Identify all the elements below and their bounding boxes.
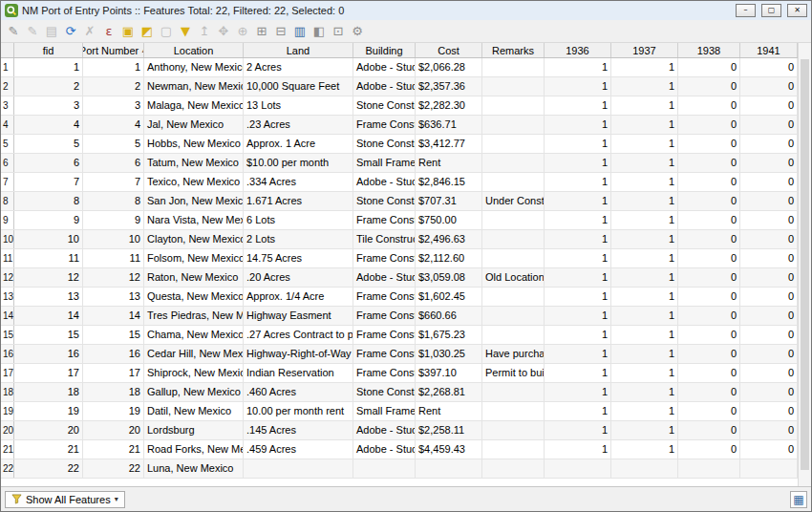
toggle-editing-icon[interactable]: ✎ bbox=[4, 22, 23, 41]
table-cell[interactable]: Stone Construc... bbox=[353, 135, 416, 153]
row-number[interactable]: 3 bbox=[1, 96, 14, 115]
table-cell[interactable]: .20 Acres bbox=[244, 268, 353, 287]
table-cell[interactable] bbox=[482, 58, 545, 76]
table-cell[interactable]: 0 bbox=[740, 421, 798, 439]
table-cell[interactable]: 2 bbox=[83, 77, 144, 96]
table-cell[interactable]: 18 bbox=[83, 383, 144, 401]
dock-toggle-button[interactable]: ▦ bbox=[790, 491, 807, 508]
table-cell[interactable]: 1 bbox=[545, 135, 611, 153]
row-number[interactable]: 10 bbox=[1, 230, 14, 248]
table-cell[interactable]: 12 bbox=[83, 268, 144, 287]
table-cell[interactable]: 1 bbox=[611, 440, 678, 459]
column-header-location[interactable]: Location bbox=[144, 43, 244, 57]
table-cell[interactable]: Frame Constru... bbox=[353, 116, 416, 134]
scrollbar-thumb[interactable] bbox=[801, 59, 809, 470]
table-cell[interactable]: 3 bbox=[14, 96, 83, 115]
column-header-fid[interactable]: fid bbox=[14, 43, 83, 57]
table-cell[interactable] bbox=[482, 77, 545, 96]
table-cell[interactable]: 1 bbox=[611, 116, 678, 134]
table-cell[interactable]: 1 bbox=[545, 364, 611, 382]
table-cell[interactable] bbox=[482, 383, 545, 401]
table-cell[interactable]: $3,412.77 bbox=[416, 135, 482, 153]
table-cell[interactable]: 0 bbox=[678, 135, 740, 153]
header-corner[interactable] bbox=[1, 43, 14, 57]
table-cell[interactable]: 10 bbox=[14, 230, 83, 248]
table-cell[interactable]: Texico, New Mexico bbox=[144, 173, 244, 191]
maximize-button[interactable]: ▢ bbox=[761, 4, 781, 17]
table-cell[interactable]: 0 bbox=[740, 173, 798, 191]
table-cell[interactable]: 1 bbox=[545, 307, 611, 325]
table-cell[interactable] bbox=[416, 459, 482, 478]
table-cell[interactable] bbox=[678, 459, 740, 478]
table-cell[interactable]: 1 bbox=[545, 288, 611, 306]
table-cell[interactable]: Cedar Hill, New Mexico bbox=[144, 345, 244, 363]
table-cell[interactable]: 17 bbox=[83, 364, 144, 382]
table-cell[interactable]: 0 bbox=[678, 402, 740, 420]
titlebar[interactable]: NM Port of Entry Points :: Features Tota… bbox=[1, 1, 811, 20]
table-cell[interactable]: 0 bbox=[678, 440, 740, 459]
table-cell[interactable]: Highway-Right-of-Way bbox=[244, 345, 353, 363]
table-cell[interactable]: 1 bbox=[545, 268, 611, 287]
table-cell[interactable]: 1 bbox=[611, 383, 678, 401]
table-cell[interactable]: 10.00 per month rent bbox=[244, 402, 353, 420]
table-cell[interactable]: 1 bbox=[611, 249, 678, 267]
new-field-icon[interactable]: ⊞ bbox=[252, 22, 271, 41]
select-all-icon[interactable]: ▣ bbox=[118, 22, 138, 41]
table-cell[interactable]: 0 bbox=[740, 77, 798, 96]
table-cell[interactable]: 1 bbox=[611, 135, 678, 153]
table-cell[interactable]: Tres Piedras, New Mexico bbox=[144, 307, 244, 325]
table-cell[interactable]: 1 bbox=[545, 154, 611, 172]
table-cell[interactable]: Approx. 1 Acre bbox=[244, 135, 353, 153]
table-cell[interactable] bbox=[482, 459, 545, 478]
table-cell[interactable]: 0 bbox=[678, 268, 740, 287]
table-cell[interactable]: $2,357.36 bbox=[416, 77, 482, 96]
table-cell[interactable]: Shiprock, New Mexico bbox=[144, 364, 244, 382]
row-number[interactable]: 11 bbox=[1, 249, 14, 267]
table-cell[interactable]: 14 bbox=[14, 307, 83, 325]
table-cell[interactable]: 15 bbox=[83, 326, 144, 344]
column-header-1938[interactable]: 1938 bbox=[678, 43, 740, 57]
move-selection-top-icon[interactable]: ↥ bbox=[195, 22, 214, 41]
row-number[interactable]: 5 bbox=[1, 135, 14, 153]
table-cell[interactable]: Datil, New Mexico bbox=[144, 402, 244, 420]
table-cell[interactable]: $750.00 bbox=[416, 211, 482, 229]
table-cell[interactable]: Permit to build ... bbox=[482, 364, 545, 382]
table-cell[interactable]: 6 bbox=[83, 154, 144, 172]
column-header-cost[interactable]: Cost bbox=[416, 43, 482, 57]
row-number[interactable]: 17 bbox=[1, 364, 14, 382]
table-cell[interactable]: 22 bbox=[14, 459, 83, 478]
table-cell[interactable]: 0 bbox=[678, 326, 740, 344]
table-cell[interactable]: 1 bbox=[545, 173, 611, 191]
table-cell[interactable]: 13 bbox=[83, 288, 144, 306]
table-cell[interactable]: Hobbs, New Mexico bbox=[144, 135, 244, 153]
table-cell[interactable]: 1 bbox=[611, 230, 678, 248]
save-edits-icon[interactable]: ▤ bbox=[42, 22, 61, 41]
table-cell[interactable]: Chama, New Mexico bbox=[144, 326, 244, 344]
table-cell[interactable]: Gallup, New Mexico bbox=[144, 383, 244, 401]
table-cell[interactable] bbox=[353, 459, 416, 478]
deselect-all-icon[interactable]: ▢ bbox=[157, 22, 176, 41]
table-cell[interactable]: 16 bbox=[14, 345, 83, 363]
delete-selected-icon[interactable]: ✗ bbox=[80, 22, 99, 41]
table-cell[interactable]: Frame Constru... bbox=[353, 326, 416, 344]
table-cell[interactable]: 21 bbox=[14, 440, 83, 459]
table-cell[interactable]: 0 bbox=[740, 383, 798, 401]
table-cell[interactable]: Frame Constru... bbox=[353, 211, 416, 229]
column-header-land[interactable]: Land bbox=[244, 43, 353, 57]
column-header-1941[interactable]: 1941 bbox=[740, 43, 798, 57]
table-cell[interactable]: Adobe - Stucco bbox=[353, 440, 416, 459]
table-cell[interactable]: 12 bbox=[14, 268, 83, 287]
table-cell[interactable]: $2,496.63 bbox=[416, 230, 482, 248]
table-cell[interactable]: $660.66 bbox=[416, 307, 482, 325]
table-cell[interactable]: Adobe - Stucco bbox=[353, 268, 416, 287]
column-header-1937[interactable]: 1937 bbox=[611, 43, 678, 57]
table-cell[interactable]: 1 bbox=[545, 77, 611, 96]
table-cell[interactable]: .27 Acres Contract to purchase bbox=[244, 326, 353, 344]
row-number[interactable]: 12 bbox=[1, 268, 14, 287]
table-cell[interactable]: 2 Acres bbox=[244, 58, 353, 76]
table-cell[interactable]: 14 bbox=[83, 307, 144, 325]
table-cell[interactable]: 1 bbox=[545, 230, 611, 248]
table-cell[interactable]: 0 bbox=[740, 364, 798, 382]
table-cell[interactable]: 9 bbox=[14, 211, 83, 229]
table-cell[interactable]: 16 bbox=[83, 345, 144, 363]
